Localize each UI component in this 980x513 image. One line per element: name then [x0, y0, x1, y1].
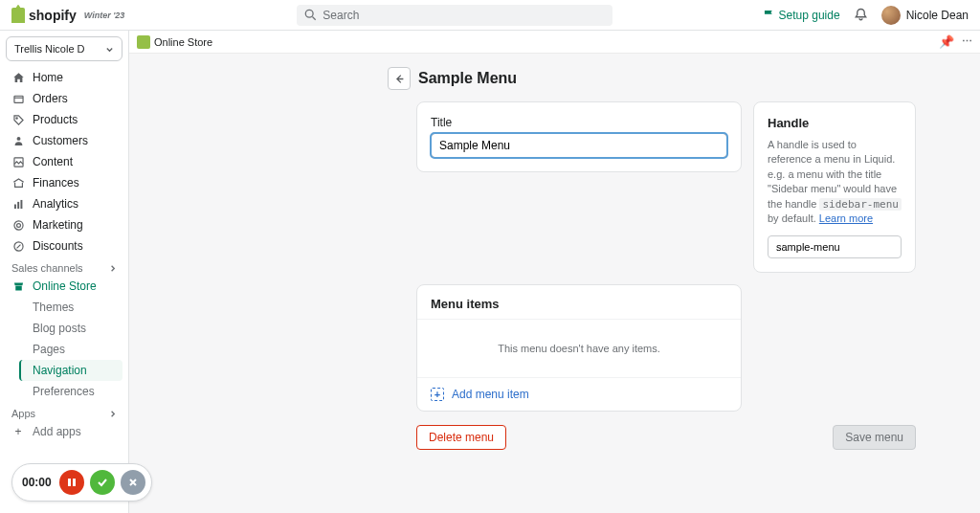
store-icon	[137, 35, 150, 49]
nav-orders[interactable]: Orders	[6, 88, 122, 109]
page-title: Sample Menu	[418, 70, 517, 87]
handle-input[interactable]	[768, 235, 902, 258]
nav-customers[interactable]: Customers	[6, 130, 122, 151]
search-icon	[304, 9, 317, 21]
handle-help-text: A handle is used to reference a menu in …	[768, 138, 902, 226]
pin-icon[interactable]: 📌	[939, 34, 954, 49]
check-icon	[97, 477, 108, 488]
add-menu-item-button[interactable]: + Add menu item	[417, 377, 741, 411]
plus-dashed-icon: +	[431, 388, 444, 401]
title-card: Title	[416, 101, 742, 172]
nav-online-store[interactable]: Online Store	[6, 276, 122, 297]
handle-card: Handle A handle is used to reference a m…	[753, 101, 916, 273]
svg-rect-8	[20, 199, 22, 208]
subnav-blog-posts[interactable]: Blog posts	[27, 318, 122, 339]
search-input[interactable]: Search	[297, 5, 612, 26]
svg-point-3	[15, 117, 16, 118]
logo[interactable]: shopify Winter '23	[11, 8, 124, 23]
screen-recorder-widget: 00:00	[11, 463, 152, 502]
recorder-time: 00:00	[22, 476, 52, 489]
avatar	[881, 6, 901, 25]
recorder-finish-button[interactable]	[90, 470, 115, 495]
learn-more-link[interactable]: Learn more	[819, 212, 873, 224]
nav-marketing[interactable]: Marketing	[6, 214, 122, 235]
marketing-icon	[11, 219, 25, 232]
nav-analytics[interactable]: Analytics	[6, 193, 122, 214]
svg-rect-2	[13, 96, 22, 102]
nav-finances[interactable]: Finances	[6, 172, 122, 193]
nav-discounts[interactable]: Discounts	[6, 235, 122, 256]
user-name: Nicole Dean	[906, 9, 969, 22]
close-icon	[128, 478, 138, 487]
products-icon	[11, 114, 25, 126]
shopify-bag-icon	[11, 8, 25, 23]
subnav-navigation[interactable]: Navigation	[19, 360, 122, 381]
main-area: Online Store 📌 ⋯ Sample Menu Title Handl…	[129, 31, 980, 513]
menu-items-card: Menu items This menu doesn't have any it…	[416, 284, 742, 412]
svg-point-0	[306, 10, 314, 17]
title-label: Title	[431, 116, 727, 129]
chevron-down-icon	[105, 45, 114, 54]
chevron-right-icon[interactable]	[108, 264, 117, 273]
nav-products[interactable]: Products	[6, 109, 122, 130]
recorder-pause-button[interactable]	[59, 470, 84, 495]
chevron-right-icon[interactable]	[108, 410, 117, 418]
brand-text: shopify	[29, 8, 77, 23]
store-icon	[11, 280, 25, 293]
svg-rect-13	[73, 479, 76, 486]
back-button[interactable]	[388, 67, 411, 90]
nav-content[interactable]: Content	[6, 151, 122, 172]
store-selector[interactable]: Trellis Nicole D	[6, 36, 122, 61]
save-menu-button[interactable]: Save menu	[833, 425, 916, 450]
menu-items-heading: Menu items	[417, 285, 741, 320]
svg-point-9	[13, 220, 22, 229]
finances-icon	[11, 177, 25, 190]
flag-icon	[763, 9, 775, 21]
menu-title-input[interactable]	[431, 133, 727, 158]
orders-icon	[11, 93, 25, 105]
subnav-preferences[interactable]: Preferences	[27, 381, 122, 402]
content-icon	[11, 156, 25, 168]
customers-icon	[11, 135, 25, 147]
plus-icon: +	[11, 425, 25, 438]
search-placeholder: Search	[323, 9, 359, 22]
arrow-left-icon	[393, 73, 406, 85]
top-bar: shopify Winter '23 Search Setup guide Ni…	[0, 0, 980, 31]
svg-line-1	[313, 16, 316, 19]
menu-items-empty: This menu doesn't have any items.	[417, 320, 741, 377]
handle-heading: Handle	[768, 116, 902, 130]
user-menu[interactable]: Nicole Dean	[881, 6, 969, 25]
nav-home[interactable]: Home	[6, 67, 122, 88]
delete-menu-button[interactable]: Delete menu	[416, 425, 506, 450]
svg-rect-7	[17, 201, 19, 208]
more-icon[interactable]: ⋯	[962, 35, 972, 48]
sales-channels-label: Sales channels	[6, 256, 122, 276]
bell-icon[interactable]	[854, 8, 868, 22]
discounts-icon	[11, 240, 25, 253]
apps-label: Apps	[6, 402, 122, 421]
nav-add-apps[interactable]: +Add apps	[6, 421, 122, 442]
breadcrumb-bar: Online Store 📌 ⋯	[129, 31, 980, 54]
recorder-cancel-button[interactable]	[121, 470, 145, 495]
edition-text: Winter '23	[84, 11, 125, 20]
home-icon	[11, 72, 25, 84]
analytics-icon	[11, 198, 25, 211]
sidebar: Trellis Nicole D Home Orders Products Cu…	[0, 31, 129, 513]
svg-point-10	[16, 223, 20, 227]
svg-rect-6	[13, 204, 15, 209]
pause-icon	[67, 478, 77, 487]
setup-guide-link[interactable]: Setup guide	[763, 9, 840, 22]
breadcrumb-text: Online Store	[154, 36, 212, 48]
svg-point-4	[16, 136, 20, 140]
svg-rect-12	[68, 479, 71, 486]
subnav-pages[interactable]: Pages	[27, 339, 122, 360]
subnav-themes[interactable]: Themes	[27, 297, 122, 318]
